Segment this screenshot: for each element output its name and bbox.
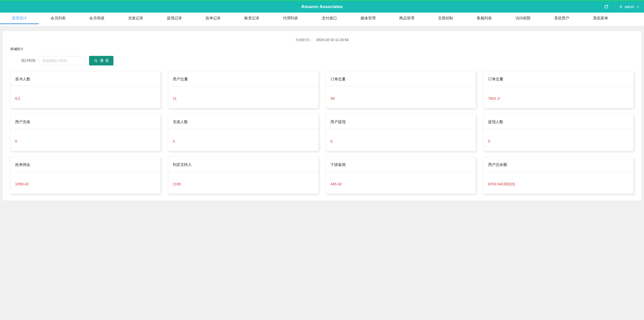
card-title: 提现人数 [484,114,633,129]
tab-withdraw-records[interactable]: 提现记录 [155,13,194,26]
refresh-icon[interactable] [604,4,609,9]
card-title: 订单总量 [326,71,476,86]
chevron-up-icon [636,5,640,9]
card-value: 1358.42 [11,172,160,186]
card-value: 6702.64/冻结(0) [484,172,633,187]
tab-product-management[interactable]: 商品管理 [387,13,426,26]
tab-account-change-records[interactable]: 账变记录 [232,13,271,26]
search-icon [94,59,98,63]
section-title: 商城统计 [10,47,637,51]
local-time-row: 当地时间： 2024-10-10 11:24:54 [7,35,637,43]
tab-media-management[interactable]: 媒体管理 [349,13,387,26]
card-value: 445.42 [326,172,476,186]
user-menu[interactable]: admin [619,5,640,9]
card-withdraw-users: 提现人数 0 [483,114,634,151]
card-recharge-users: 充值人数 0 [168,114,318,151]
tab-home-stats[interactable]: 首页统计 [0,13,39,26]
card-total-order-amount: 订单总量 7651.3 [483,71,634,108]
tab-member-list[interactable]: 会员列表 [39,13,77,26]
tab-member-level[interactable]: 会员等级 [77,13,116,26]
card-title: 抢单佣金 [11,157,160,172]
username: admin [625,5,634,9]
nav-tabs: 首页统计 会员列表 会员等级 充值记录 提现记录 抢单记录 账变记录 代理列表 … [0,13,644,26]
card-value: 1100 [168,172,318,186]
card-title: 订单总量 [484,71,633,86]
local-time-value: 2024-10-10 11:24:54 [316,38,348,42]
filter-row: 统计时间 搜索 [21,56,637,65]
tab-system-menu[interactable]: 系统菜单 [581,13,620,26]
card-title: 用户总量 [168,71,318,86]
header-actions: admin [604,1,640,13]
tab-system-users[interactable]: 系统用户 [542,13,581,26]
card-value: 59 [326,86,476,100]
card-title: 下级返佣 [326,157,476,172]
card-value: 0 [484,129,633,143]
tab-order-grab-records[interactable]: 抢单记录 [194,13,232,26]
card-total-orders: 订单总量 59 [326,71,476,108]
card-title: 用户充值 [11,114,160,129]
tab-agent-list[interactable]: 代理列表 [271,13,310,26]
card-value: 7651.3 [484,86,633,100]
tab-service-list[interactable]: 客服列表 [465,13,504,26]
card-interest-transfer-in: 利息宝转入 1100 [168,157,318,194]
page-content: 当地时间： 2024-10-10 11:24:54 商城统计 统计时间 搜索 首… [0,26,644,200]
stat-time-label: 统计时间 [21,58,35,63]
card-value: 0 [168,129,318,143]
card-order-commission: 抢单佣金 1358.42 [10,157,161,194]
card-first-recharge-users: 首冲人数 0人 [10,71,161,108]
card-value: 0 [326,129,476,143]
tab-access-permission[interactable]: 访问权限 [504,13,542,26]
stat-cards-grid: 首冲人数 0人 用户总量 11 订单总量 59 订单总量 7651.3 用户充值… [10,71,634,194]
app-title: Amazon Associates [301,4,343,9]
card-user-withdraw: 用户提现 0 [326,114,476,151]
card-value: 0人 [11,86,160,101]
card-user-recharge: 用户充值 0 [10,114,161,151]
card-title: 用户提现 [326,114,476,129]
card-user-total-balance: 用户总余额 6702.64/冻结(0) [483,157,634,194]
tab-trade-control[interactable]: 交易控制 [426,13,465,26]
card-value: 0 [11,129,160,143]
card-value: 11 [168,86,318,100]
app-header: Amazon Associates admin [0,1,644,13]
card-title: 首冲人数 [11,71,160,86]
main-panel: 当地时间： 2024-10-10 11:24:54 商城统计 统计时间 搜索 首… [3,31,641,200]
tab-recharge-records[interactable]: 充值记录 [116,13,155,26]
local-time-label: 当地时间： [296,38,313,42]
user-icon [619,5,623,9]
card-title: 利息宝转入 [168,157,318,172]
card-title: 充值人数 [168,114,318,129]
card-title: 用户总余额 [484,157,633,172]
search-button-label: 搜索 [100,58,110,63]
card-subordinate-rebate: 下级返佣 445.42 [326,157,476,194]
tab-payment-api[interactable]: 支付接口 [310,13,349,26]
stat-time-input[interactable] [39,56,86,65]
search-button[interactable]: 搜索 [89,56,113,65]
card-total-users: 用户总量 11 [168,71,318,108]
